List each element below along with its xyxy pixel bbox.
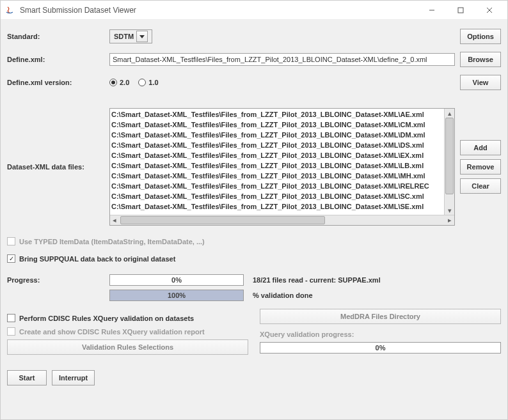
minimize-button[interactable] <box>417 1 446 19</box>
svg-marker-4 <box>139 35 145 38</box>
maximize-button[interactable] <box>446 1 475 19</box>
scrollbar-thumb[interactable] <box>445 118 454 194</box>
standard-dropdown[interactable]: SDTM <box>109 29 152 43</box>
version-1-0-radio[interactable] <box>138 79 146 86</box>
interrupt-button[interactable]: Interrupt <box>52 370 95 385</box>
definexml-path-input[interactable] <box>109 53 455 66</box>
perform-cdisc-label: Perform CDISC Rules XQuery validation on… <box>19 315 194 322</box>
horizontal-scrollbar[interactable]: ◂ ▸ <box>110 215 454 225</box>
progress-label: Progress: <box>7 276 109 284</box>
version-2-0-radio[interactable] <box>109 79 117 86</box>
list-item[interactable]: C:\Smart_Dataset-XML_Testfiles\Files_fro… <box>111 150 443 160</box>
datafiles-listbox[interactable]: C:\Smart_Dataset-XML_Testfiles\Files_fro… <box>109 108 455 226</box>
standard-label: Standard: <box>7 33 109 40</box>
list-item[interactable]: C:\Smart_Dataset-XML_Testfiles\Files_fro… <box>111 181 443 191</box>
remove-button[interactable]: Remove <box>460 159 501 175</box>
read-progress-status: 18/21 files read - current: SUPPAE.xml <box>253 276 381 284</box>
use-typed-label: Use TYPED ItemData (ItemDataString, Item… <box>19 238 205 245</box>
create-report-label: Create and show CDISC Rules XQuery valid… <box>19 328 205 336</box>
close-button[interactable] <box>475 1 504 19</box>
clear-button[interactable]: Clear <box>460 178 501 194</box>
perform-cdisc-checkbox-row[interactable]: Perform CDISC Rules XQuery validation on… <box>7 314 248 322</box>
meddra-files-directory-button: MedDRA Files Directory <box>260 309 501 324</box>
read-progress-text: 0% <box>110 275 243 285</box>
chevron-down-icon <box>136 31 148 42</box>
standard-value: SDTM <box>114 33 134 40</box>
browse-button[interactable]: Browse <box>460 52 501 67</box>
bring-suppqual-label: Bring SUPPQUAL data back to original dat… <box>19 255 175 263</box>
list-item[interactable]: C:\Smart_Dataset-XML_Testfiles\Files_fro… <box>111 130 443 140</box>
start-button[interactable]: Start <box>7 370 47 385</box>
version-1-0-label: 1.0 <box>148 79 158 86</box>
perform-cdisc-checkbox[interactable] <box>7 314 15 322</box>
list-item[interactable]: C:\Smart_Dataset-XML_Testfiles\Files_fro… <box>111 191 443 201</box>
java-app-icon <box>4 5 15 15</box>
xquery-progress-bar: 0% <box>260 342 501 354</box>
vertical-scrollbar[interactable]: ▴ ▾ <box>444 109 454 215</box>
validation-progress-status: % validation done <box>253 292 313 299</box>
xquery-progress-label: XQuery validation progress: <box>260 331 501 338</box>
validation-rules-selections-button: Validation Rules Selections <box>7 339 248 355</box>
list-item[interactable]: C:\Smart_Dataset-XML_Testfiles\Files_fro… <box>111 160 443 171</box>
definexml-version-label: Define.xml version: <box>7 79 109 86</box>
scroll-right-arrow-icon[interactable]: ▸ <box>445 216 454 225</box>
scroll-down-arrow-icon[interactable]: ▾ <box>445 206 454 215</box>
use-typed-checkbox-row: Use TYPED ItemData (ItemDataString, Item… <box>7 237 501 245</box>
list-item[interactable]: C:\Smart_Dataset-XML_Testfiles\Files_fro… <box>111 109 443 120</box>
view-button[interactable]: View <box>460 75 501 90</box>
bring-suppqual-checkbox[interactable]: ✓ <box>7 254 15 263</box>
definexml-label: Define.xml: <box>7 56 109 63</box>
titlebar: Smart Submission Dataset Viewer <box>1 1 507 20</box>
add-button[interactable]: Add <box>460 140 501 155</box>
version-2-0-label: 2.0 <box>120 79 129 86</box>
validation-progress-text: 100% <box>110 290 243 300</box>
create-report-checkbox <box>7 327 15 336</box>
window-title: Smart Submission Dataset Viewer <box>20 6 417 15</box>
scroll-up-arrow-icon[interactable]: ▴ <box>445 109 454 118</box>
list-item[interactable]: C:\Smart_Dataset-XML_Testfiles\Files_fro… <box>111 120 443 130</box>
read-progress-bar: 0% <box>109 274 244 286</box>
create-report-checkbox-row: Create and show CDISC Rules XQuery valid… <box>7 327 248 336</box>
list-item[interactable]: C:\Smart_Dataset-XML_Testfiles\Files_fro… <box>111 201 443 212</box>
scroll-left-arrow-icon[interactable]: ◂ <box>110 216 119 225</box>
hscrollbar-thumb[interactable] <box>120 216 325 224</box>
svg-rect-1 <box>458 8 463 13</box>
datafiles-label: Dataset-XML data files: <box>7 163 109 171</box>
xquery-progress-text: 0% <box>260 343 500 353</box>
validation-progress-bar: 100% <box>109 290 244 301</box>
bring-suppqual-checkbox-row[interactable]: ✓ Bring SUPPQUAL data back to original d… <box>7 254 501 263</box>
use-typed-checkbox <box>7 237 15 245</box>
list-item[interactable]: C:\Smart_Dataset-XML_Testfiles\Files_fro… <box>111 171 443 181</box>
options-button[interactable]: Options <box>460 29 501 44</box>
list-item[interactable]: C:\Smart_Dataset-XML_Testfiles\Files_fro… <box>111 140 443 150</box>
